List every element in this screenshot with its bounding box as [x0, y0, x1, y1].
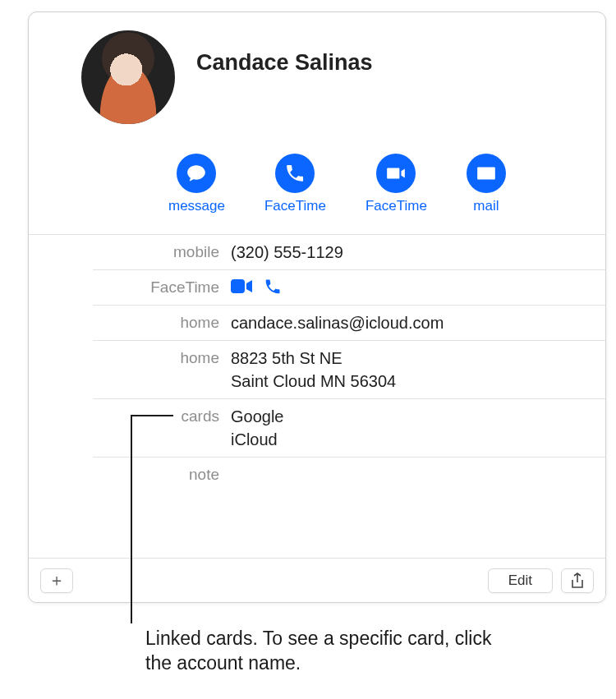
avatar[interactable]	[81, 30, 175, 124]
contact-card-window: Candace Salinas message FaceTime FaceTim…	[28, 11, 606, 603]
phone-icon	[275, 154, 315, 193]
contact-name: Candace Salinas	[196, 50, 373, 76]
field-label: FaceTime	[93, 276, 231, 299]
address-line1: 8823 5th St NE	[231, 347, 396, 370]
edit-label: Edit	[508, 573, 532, 589]
linked-card[interactable]: iCloud	[231, 428, 284, 451]
contact-details: mobile (320) 555-1129 FaceTime home cand…	[29, 234, 605, 540]
contact-header: Candace Salinas	[29, 12, 605, 124]
linked-card[interactable]: Google	[231, 405, 284, 428]
svg-rect-0	[231, 279, 245, 293]
facetime-audio-button[interactable]: FaceTime	[264, 154, 326, 214]
field-label: note	[93, 463, 231, 486]
address-value[interactable]: 8823 5th St NE Saint Cloud MN 56304	[231, 347, 396, 393]
callout-line	[131, 415, 132, 623]
field-cards: cards Google iCloud	[93, 399, 605, 458]
avatar-photo	[81, 30, 175, 124]
facetime-audio-label: FaceTime	[264, 198, 326, 214]
cards-value: Google iCloud	[231, 405, 284, 451]
field-email: home candace.salinas@icloud.com	[93, 306, 605, 341]
email-value[interactable]: candace.salinas@icloud.com	[231, 311, 444, 334]
quick-actions: message FaceTime FaceTime mail	[168, 154, 605, 214]
field-label: mobile	[93, 241, 231, 264]
mobile-value[interactable]: (320) 555-1129	[231, 241, 343, 264]
facetime-video-button[interactable]: FaceTime	[365, 154, 427, 214]
field-address: home 8823 5th St NE Saint Cloud MN 56304	[93, 341, 605, 399]
facetime-value	[231, 276, 285, 295]
callout-caption: Linked cards. To see a specific card, cl…	[145, 626, 507, 675]
message-label: message	[168, 198, 225, 214]
mail-icon	[467, 154, 506, 193]
share-icon	[570, 573, 585, 589]
facetime-video-label: FaceTime	[365, 198, 427, 214]
facetime-phone-icon[interactable]	[264, 278, 285, 295]
share-button[interactable]	[561, 568, 594, 593]
video-icon	[376, 154, 416, 193]
field-label: home	[93, 347, 231, 370]
message-icon	[177, 154, 216, 193]
plus-icon: ＋	[48, 569, 65, 591]
mail-label: mail	[473, 198, 499, 214]
mail-button[interactable]: mail	[467, 154, 506, 214]
field-label: home	[93, 311, 231, 334]
field-label: cards	[93, 405, 231, 428]
address-line2: Saint Cloud MN 56304	[231, 370, 396, 393]
edit-button[interactable]: Edit	[488, 568, 553, 593]
add-button[interactable]: ＋	[40, 568, 73, 593]
field-facetime: FaceTime	[93, 270, 605, 306]
field-mobile: mobile (320) 555-1129	[93, 235, 605, 270]
field-note: note	[93, 458, 605, 540]
facetime-video-icon[interactable]	[231, 278, 252, 295]
message-button[interactable]: message	[168, 154, 225, 214]
bottom-toolbar: ＋ Edit	[29, 558, 605, 602]
